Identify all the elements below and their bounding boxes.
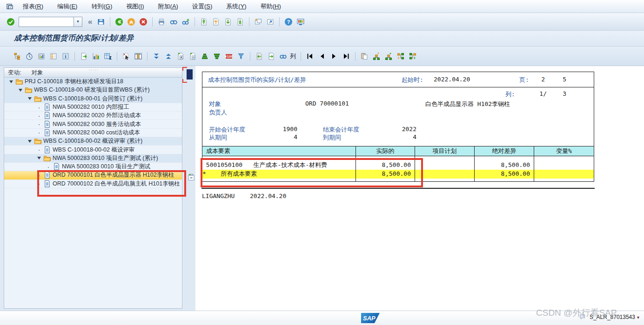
remove-drilldown-icon[interactable] bbox=[188, 51, 198, 61]
report-validity-icon[interactable] bbox=[103, 51, 113, 61]
select-block-icon[interactable] bbox=[121, 51, 131, 61]
menu-item-g[interactable]: 转到(G) bbox=[84, 1, 119, 12]
sort-ascending-icon[interactable] bbox=[200, 51, 210, 61]
expand-arrow-icon[interactable] bbox=[8, 79, 14, 85]
add-drilldown-icon[interactable] bbox=[175, 51, 186, 61]
menu-item-y[interactable]: 系统(Y) bbox=[219, 1, 253, 12]
system-menu-icon[interactable] bbox=[5, 1, 15, 12]
next-column-icon[interactable] bbox=[266, 51, 276, 61]
find-column-icon[interactable] bbox=[278, 51, 288, 61]
tree-item[interactable]: NWA 5000283 0010 项目生产测试 (累计) bbox=[4, 154, 182, 163]
table-header-3[interactable]: 绝对差异 bbox=[475, 146, 534, 156]
expand-arrow-icon[interactable] bbox=[27, 95, 33, 102]
exit-icon[interactable] bbox=[126, 17, 136, 27]
tree-item[interactable]: WBS C-100018-00-02 概设评审 (累计) bbox=[4, 137, 182, 146]
hierarchy-plus-icon[interactable] bbox=[383, 51, 394, 61]
paste-hierarchy-icon[interactable] bbox=[359, 51, 369, 61]
menu-item-r[interactable]: 报表(R) bbox=[16, 1, 50, 12]
ok-icon[interactable] bbox=[6, 17, 16, 27]
back-icon[interactable] bbox=[114, 17, 124, 27]
table-header-1[interactable]: 实际的 bbox=[356, 146, 415, 156]
command-dropdown-icon[interactable]: ▼ bbox=[74, 17, 82, 27]
table-header-4[interactable]: 变量% bbox=[534, 146, 594, 156]
tree-item[interactable]: ·ORD 70000101 白色半成品显示器 H102李钢柱 bbox=[4, 171, 182, 179]
key-figure-icon[interactable] bbox=[36, 51, 47, 61]
find-icon[interactable] bbox=[168, 17, 179, 27]
collapse-all-icon[interactable] bbox=[163, 51, 174, 61]
value-cell[interactable]: 8,500.00 bbox=[356, 170, 415, 179]
report-layout-icon[interactable] bbox=[48, 51, 59, 61]
status-transaction-area[interactable]: S_ALR_87013543 ▾ bbox=[578, 313, 639, 321]
help-icon[interactable]: ? bbox=[283, 17, 294, 27]
menu-item-i[interactable]: 视图(I) bbox=[119, 1, 151, 12]
tree-item[interactable]: ·NWA 5000283 0010 项目生产测试 bbox=[4, 163, 182, 171]
menu-item-a[interactable]: 附加(A) bbox=[151, 1, 185, 12]
expand-arrow-icon[interactable] bbox=[36, 155, 42, 161]
cost-element-cell[interactable]: * 所有成本要素 bbox=[202, 170, 356, 179]
previous-column-icon[interactable] bbox=[254, 51, 264, 61]
find-next-icon[interactable] bbox=[181, 17, 191, 27]
collapse-toolbar-icon[interactable]: « bbox=[88, 17, 92, 27]
paste-drilldown-icon[interactable] bbox=[186, 172, 196, 182]
value-cell[interactable] bbox=[534, 170, 594, 179]
tree-item[interactable]: ·ORD 70000102 白色半成品电脑主机 H101李钢柱 bbox=[4, 180, 182, 188]
timer-icon[interactable] bbox=[24, 51, 34, 61]
cancel-icon[interactable] bbox=[138, 17, 148, 27]
expand-arrow-icon[interactable] bbox=[27, 138, 33, 145]
tree-item[interactable]: WBS C-100018-00-01 合同签订 (累计) bbox=[4, 95, 182, 103]
export-icon[interactable] bbox=[79, 51, 89, 61]
command-input[interactable] bbox=[19, 17, 74, 27]
graphic-icon[interactable] bbox=[91, 51, 101, 61]
tree-item[interactable]: ·WBS C-100018-00-02 概设评审 bbox=[4, 146, 182, 154]
value-cell[interactable]: 8,500.00 bbox=[475, 161, 534, 170]
tree-item[interactable]: ·NWA 5000282 0020 外部活动成本 bbox=[4, 112, 182, 120]
sort-descending-icon[interactable] bbox=[212, 51, 222, 61]
report-canvas: 成本控制范围货币的实际/计划/差异 起始时: 2022.04.20 页: 2 5… bbox=[195, 66, 644, 311]
cost-element-cell[interactable]: 5001050100 生产成本-技术成本-材料费 bbox=[202, 161, 356, 170]
info-icon[interactable]: i bbox=[60, 51, 71, 61]
bullet-icon: · bbox=[36, 129, 42, 136]
hierarchy-up-icon[interactable] bbox=[371, 51, 382, 61]
tree-item-label: WBS C-100018-00 研发项目首层WBS (累计) bbox=[34, 86, 153, 94]
value-cell[interactable]: 8,500.00 bbox=[356, 161, 415, 170]
status-caret-icon[interactable]: ▾ bbox=[637, 315, 639, 320]
tree-item-label: NWA 5000282 0040 cost活动成本 bbox=[53, 129, 143, 137]
tree-item[interactable]: ·NWA 5000282 0010 内部报工 bbox=[4, 103, 182, 112]
first-page-icon[interactable] bbox=[199, 17, 209, 27]
tree-item[interactable]: PRJ C-100018 李钢柱标准研发项目18 bbox=[4, 78, 182, 86]
tree-item[interactable]: ·NWA 5000282 0040 cost活动成本 bbox=[4, 129, 182, 137]
page-down-icon[interactable] bbox=[223, 17, 233, 27]
menu-item-e[interactable]: 编辑(E) bbox=[50, 1, 84, 12]
value-cell[interactable] bbox=[415, 161, 475, 170]
table-header-0[interactable]: 成本要素 bbox=[202, 146, 356, 156]
expand-all-icon[interactable] bbox=[151, 51, 161, 61]
page-position-indicator bbox=[187, 69, 193, 80]
first-record-icon[interactable] bbox=[305, 51, 315, 61]
hierarchy-left-icon[interactable] bbox=[396, 51, 406, 61]
value-cell[interactable]: 8,500.00 bbox=[475, 170, 534, 179]
table-header-2[interactable]: 项目计划 bbox=[415, 146, 475, 156]
next-record-icon[interactable] bbox=[329, 51, 339, 61]
value-cell[interactable] bbox=[534, 161, 594, 170]
customize-layout-icon[interactable] bbox=[295, 17, 306, 27]
tree-item[interactable]: WBS C-100018-00 研发项目首层WBS (累计) bbox=[4, 86, 182, 94]
expand-arrow-icon[interactable] bbox=[17, 87, 24, 93]
hierarchy-right-icon[interactable] bbox=[408, 51, 418, 61]
create-shortcut-icon[interactable] bbox=[265, 17, 275, 27]
menu-item-s[interactable]: 设置(S) bbox=[185, 1, 219, 12]
value-cell[interactable] bbox=[415, 170, 475, 179]
save-icon[interactable] bbox=[96, 17, 106, 27]
currency-icon[interactable]: ¥100 bbox=[224, 51, 234, 61]
last-page-icon[interactable] bbox=[235, 17, 245, 27]
menu-item-h[interactable]: 帮助(H) bbox=[254, 1, 288, 12]
filter-icon[interactable] bbox=[236, 51, 246, 61]
hierarchy-icon[interactable] bbox=[12, 51, 22, 61]
previous-record-icon[interactable] bbox=[317, 51, 327, 61]
column-view-icon[interactable] bbox=[133, 51, 143, 61]
new-session-icon[interactable] bbox=[253, 17, 263, 27]
print-icon[interactable] bbox=[156, 17, 167, 27]
tree-item[interactable]: ·NWA 5000282 0030 服务活动成本 bbox=[4, 120, 182, 128]
page-up-icon[interactable] bbox=[211, 17, 221, 27]
splitter-drag-handle[interactable]: ·········· bbox=[89, 67, 99, 71]
last-record-icon[interactable] bbox=[341, 51, 351, 61]
